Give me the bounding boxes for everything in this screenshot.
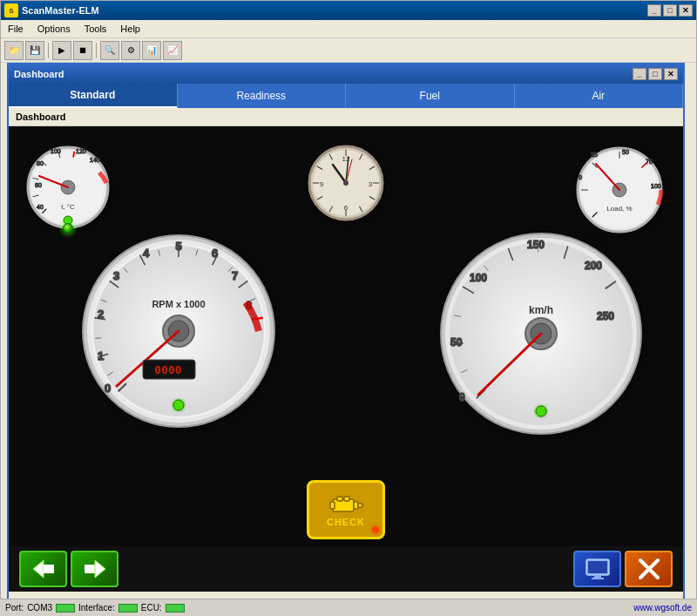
menu-help[interactable]: Help	[117, 22, 144, 36]
outer-minimize-button[interactable]: _	[647, 4, 661, 17]
toolbar: 📁 💾 ▶ ⏹ 🔍 ⚙ 📊 📈	[1, 38, 696, 63]
svg-text:250: 250	[597, 310, 614, 322]
interface-led	[118, 604, 138, 613]
svg-text:0000: 0000	[154, 363, 181, 376]
svg-point-57	[343, 180, 348, 186]
check-engine-led	[372, 526, 379, 533]
content-label: Dashboard	[9, 108, 683, 126]
svg-text:100: 100	[651, 183, 661, 189]
svg-point-119	[536, 406, 546, 416]
inner-maximize-button[interactable]: □	[648, 68, 662, 80]
svg-text:km/h: km/h	[529, 304, 553, 316]
svg-rect-132	[592, 578, 604, 579]
ecu-led	[166, 604, 185, 613]
check-engine-box: CHECK	[307, 480, 385, 539]
menu-file[interactable]: File	[4, 22, 27, 36]
inner-close-button[interactable]: ✕	[664, 68, 678, 80]
outer-title-bar: S ScanMaster-ELM _ □ ✕	[1, 1, 696, 20]
svg-text:2: 2	[98, 308, 104, 321]
tab-air[interactable]: Air	[515, 84, 684, 108]
tab-fuel[interactable]: Fuel	[346, 84, 515, 108]
menu-tools[interactable]: Tools	[81, 22, 111, 36]
svg-rect-127	[44, 565, 54, 573]
inner-minimize-button[interactable]: _	[633, 68, 646, 80]
inner-title-text: Dashboard	[14, 69, 633, 79]
svg-rect-128	[85, 565, 95, 573]
svg-text:Load, %: Load, %	[606, 205, 632, 213]
svg-rect-133	[588, 561, 607, 573]
svg-text:140: 140	[90, 157, 100, 163]
svg-text:5: 5	[175, 240, 181, 253]
svg-text:6: 6	[344, 204, 348, 212]
svg-text:50: 50	[622, 149, 629, 155]
svg-point-94	[173, 400, 184, 410]
clock-gauge-container: 12 3 6 9	[307, 144, 385, 224]
toolbar-btn-4[interactable]: ⏹	[73, 41, 92, 60]
close-app-button[interactable]	[625, 551, 673, 587]
toolbar-btn-8[interactable]: 📈	[163, 41, 182, 60]
rpm-gauge-container: 0 1 2 3 4	[78, 231, 279, 433]
status-bar: Port: COM3 Interface: ECU: www.wgsoft.de	[0, 599, 697, 616]
svg-text:120: 120	[76, 148, 86, 154]
outer-close-button[interactable]: ✕	[679, 4, 693, 17]
svg-text:3: 3	[369, 180, 373, 188]
app-icon: S	[4, 3, 18, 17]
temp-gauge-container: 40 60 80 100 120	[24, 139, 112, 237]
svg-text:0: 0	[459, 391, 465, 403]
svg-rect-123	[337, 497, 342, 501]
menu-bar: File Options Tools Help	[1, 20, 696, 38]
svg-text:9: 9	[320, 180, 324, 188]
speed-gauge-container: 0 50 100 150 200	[435, 231, 648, 442]
back-button[interactable]	[19, 551, 67, 587]
svg-text:0: 0	[579, 174, 582, 180]
svg-text:60: 60	[35, 182, 42, 188]
svg-marker-129	[95, 560, 105, 578]
svg-text:200: 200	[585, 260, 602, 272]
svg-marker-126	[33, 560, 44, 578]
svg-rect-124	[344, 497, 349, 501]
toolbar-btn-6[interactable]: ⚙	[121, 41, 140, 60]
dashboard-content: 40 60 80 100 120	[9, 126, 683, 592]
forward-button[interactable]	[71, 551, 118, 587]
tab-readiness[interactable]: Readiness	[178, 84, 347, 108]
bottom-bar	[9, 546, 683, 592]
engine-icon	[328, 492, 363, 517]
close-x-icon	[638, 558, 660, 580]
outer-title-text: ScanMaster-ELM	[22, 5, 647, 16]
toolbar-btn-5[interactable]: 🔍	[100, 41, 119, 60]
ecu-label: ECU:	[141, 603, 162, 613]
monitor-icon	[585, 558, 611, 580]
svg-text:7: 7	[232, 269, 238, 282]
svg-text:3: 3	[113, 269, 119, 282]
tabs: Standard Readiness Fuel Air	[9, 84, 683, 108]
monitor-button[interactable]	[573, 551, 621, 587]
outer-window: S ScanMaster-ELM _ □ ✕ File Options Tool…	[0, 0, 697, 616]
right-buttons	[573, 551, 673, 587]
svg-text:t, °C: t, °C	[61, 203, 75, 211]
menu-options[interactable]: Options	[34, 22, 74, 36]
svg-text:1: 1	[98, 349, 104, 362]
website-text: www.wgsoft.de	[633, 603, 692, 613]
inner-window: Dashboard _ □ ✕ Standard Readiness Fuel …	[7, 63, 685, 601]
back-arrow-icon	[31, 558, 56, 579]
svg-text:0: 0	[105, 382, 111, 395]
nav-buttons	[19, 551, 118, 587]
inner-win-controls: _ □ ✕	[633, 68, 678, 80]
toolbar-btn-7[interactable]: 📊	[142, 41, 161, 60]
svg-rect-120	[333, 499, 354, 511]
forward-arrow-icon	[83, 558, 107, 579]
outer-maximize-button[interactable]: □	[663, 4, 677, 17]
svg-text:25: 25	[591, 152, 598, 158]
temp-gauge-led	[63, 223, 73, 234]
toolbar-btn-3[interactable]: ▶	[52, 41, 71, 60]
tab-standard[interactable]: Standard	[9, 84, 178, 108]
svg-line-13	[73, 152, 74, 158]
toolbar-btn-1[interactable]: 📁	[4, 41, 24, 60]
svg-text:12: 12	[342, 155, 350, 163]
outer-win-controls: _ □ ✕	[647, 4, 693, 17]
inner-title-bar: Dashboard _ □ ✕	[9, 64, 683, 84]
svg-text:4: 4	[143, 247, 150, 260]
port-label: Port:	[5, 603, 24, 613]
svg-text:75: 75	[646, 159, 653, 165]
toolbar-btn-2[interactable]: 💾	[25, 41, 44, 60]
